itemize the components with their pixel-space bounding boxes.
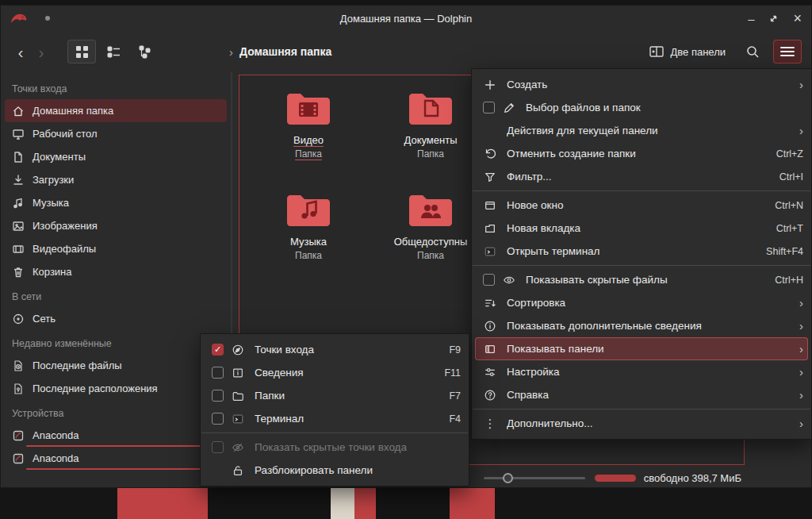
folder-tile-music[interactable]: Музыка Папка bbox=[257, 185, 360, 280]
menu-item-open-terminal[interactable]: Открыть терминал Shift+F4 bbox=[472, 240, 811, 263]
sidebar-item-label: Последние расположения bbox=[33, 383, 158, 394]
minimize-button[interactable]: – bbox=[748, 13, 754, 25]
wallpaper-block bbox=[354, 488, 376, 519]
sidebar-item-recent-locations[interactable]: Последние расположения bbox=[5, 377, 227, 400]
folder-type: Папка bbox=[295, 148, 322, 160]
menu-item-create[interactable]: Создать › bbox=[472, 73, 811, 96]
menu-item-new-window[interactable]: Новое окно Ctrl+N bbox=[472, 194, 811, 217]
menu-item-sorting[interactable]: Сортировка › bbox=[472, 291, 811, 314]
folder-tile-video[interactable]: Видео Папка bbox=[257, 83, 360, 179]
titlebar: Домашняя папка — Dolphin – × bbox=[1, 6, 811, 31]
menu-item-show-panels[interactable]: Показывать панели › bbox=[475, 337, 808, 360]
drive-icon bbox=[12, 429, 25, 442]
checkbox-unchecked bbox=[483, 274, 495, 286]
panels-item-terminal[interactable]: Терминал F4 bbox=[201, 407, 469, 430]
back-button[interactable]: ‹ bbox=[10, 40, 31, 63]
sidebar-item-device-anaconda-2[interactable]: Anaconda bbox=[5, 447, 227, 470]
home-icon bbox=[12, 105, 25, 117]
breadcrumb-location[interactable]: Домашняя папка bbox=[239, 45, 331, 58]
sidebar-item-label: Документы bbox=[33, 151, 86, 163]
menu-item-additional-info[interactable]: Показывать дополнительные сведения › bbox=[472, 314, 811, 337]
panels-item-information[interactable]: Сведения F11 bbox=[201, 361, 469, 384]
forward-button[interactable]: › bbox=[31, 40, 52, 63]
zoom-slider[interactable] bbox=[484, 477, 585, 479]
submenu-arrow-icon: › bbox=[792, 366, 803, 378]
panels-submenu: ✓ Точки входа F9 Сведения F11 Папки F7 Т… bbox=[200, 333, 469, 486]
sidebar-item-label: Anaconda bbox=[33, 429, 79, 441]
icons-view-button[interactable] bbox=[67, 40, 96, 63]
plus-icon bbox=[483, 78, 497, 92]
sidebar-item-label: Сеть bbox=[33, 313, 56, 325]
folder-name: Видео bbox=[293, 134, 324, 146]
menu-item-more[interactable]: ⋮ Дополнительно... › bbox=[472, 412, 811, 435]
panels-item-places[interactable]: ✓ Точки входа F9 bbox=[201, 338, 469, 361]
dolphin-logo-icon bbox=[10, 12, 28, 25]
checkbox-unchecked-disabled bbox=[212, 441, 224, 453]
sidebar-item-label: Anaconda bbox=[33, 452, 79, 464]
places-panel: Точки входа Домашняя папка Рабочий стол … bbox=[1, 72, 231, 487]
eye-icon bbox=[502, 273, 516, 287]
menu-item-show-hidden-files[interactable]: Показывать скрытые файлы Ctrl+H bbox=[472, 268, 811, 291]
toolbar: ‹ › › bbox=[1, 31, 811, 72]
folder-name: Общедоступны bbox=[394, 236, 468, 248]
sidebar-item-trash[interactable]: Корзина bbox=[5, 260, 227, 283]
tree-view-button[interactable] bbox=[131, 40, 159, 63]
new-tab-icon bbox=[483, 221, 497, 236]
breadcrumb: › Домашняя папка bbox=[229, 45, 331, 58]
menu-item-select-files[interactable]: Выбор файлов и папок bbox=[472, 96, 811, 119]
folder-tile-public[interactable]: Общедоступны Папка bbox=[379, 185, 482, 280]
free-space-label: свободно 398,7 МиБ bbox=[644, 472, 741, 484]
sidebar-item-videos[interactable]: Видеофайлы bbox=[5, 237, 227, 260]
panels-item-show-hidden-places[interactable]: Показать скрытые точки входа bbox=[201, 436, 469, 459]
documents-icon bbox=[12, 151, 25, 163]
wallpaper-block bbox=[450, 488, 495, 519]
pictures-icon bbox=[12, 220, 25, 233]
submenu-arrow-icon: › bbox=[792, 125, 803, 136]
places-section-header: Точки входа bbox=[1, 75, 231, 99]
folder-tile-documents[interactable]: Документы Папка bbox=[379, 83, 482, 179]
menu-item-help[interactable]: Справка › bbox=[472, 383, 811, 406]
sidebar-item-music[interactable]: Музыка bbox=[5, 191, 227, 214]
hamburger-menu: Создать › Выбор файлов и папок Действия … bbox=[471, 68, 812, 440]
sidebar-item-home[interactable]: Домашняя папка bbox=[5, 99, 227, 122]
panels-item-folders[interactable]: Папки F7 bbox=[201, 384, 469, 407]
submenu-arrow-icon: › bbox=[792, 417, 803, 429]
sidebar-item-desktop[interactable]: Рабочий стол bbox=[5, 122, 227, 145]
details-view-button[interactable] bbox=[99, 40, 128, 63]
wallpaper-block bbox=[117, 488, 208, 519]
restore-button[interactable] bbox=[768, 13, 779, 24]
menu-item-panel-actions[interactable]: Действия для текущей панели › bbox=[472, 119, 811, 142]
menu-separator bbox=[473, 265, 810, 266]
split-view-button[interactable]: Две панели bbox=[643, 43, 732, 61]
folder-type: Папка bbox=[295, 250, 322, 261]
sidebar-item-network[interactable]: Сеть bbox=[5, 307, 227, 330]
sidebar-item-documents[interactable]: Документы bbox=[5, 145, 227, 168]
folder-type: Папка bbox=[417, 148, 444, 160]
close-button[interactable]: × bbox=[793, 11, 802, 25]
network-icon bbox=[12, 313, 25, 325]
sidebar-item-recent-files[interactable]: Последние файлы bbox=[5, 354, 227, 377]
checkbox-unchecked bbox=[483, 102, 495, 113]
sidebar-item-label: Музыка bbox=[33, 197, 69, 209]
sidebar-item-pictures[interactable]: Изображения bbox=[5, 214, 227, 237]
info-panel-icon bbox=[231, 366, 245, 380]
places-section-header: В сети bbox=[1, 283, 231, 307]
places-section-header: Недавно изменённые bbox=[1, 330, 231, 354]
zoom-slider-handle[interactable] bbox=[503, 473, 513, 483]
menu-item-configure[interactable]: Настройка › bbox=[472, 360, 811, 383]
hamburger-menu-button[interactable] bbox=[773, 40, 802, 63]
info-icon bbox=[483, 319, 497, 333]
sidebar-item-label: Загрузки bbox=[33, 174, 74, 186]
menu-item-filter[interactable]: Фильтр... Ctrl+I bbox=[472, 165, 811, 188]
sidebar-item-downloads[interactable]: Загрузки bbox=[5, 168, 227, 191]
search-button[interactable] bbox=[740, 40, 765, 63]
sidebar-item-device-anaconda-1[interactable]: Anaconda bbox=[5, 424, 227, 447]
panels-item-unlock-panels[interactable]: Разблокировать панели bbox=[201, 459, 469, 482]
menu-item-undo[interactable]: Отменить создание папки Ctrl+Z bbox=[472, 142, 811, 165]
split-view-label: Две панели bbox=[670, 46, 726, 58]
submenu-arrow-icon: › bbox=[792, 297, 803, 309]
menu-item-new-tab[interactable]: Новая вкладка Ctrl+T bbox=[472, 217, 811, 240]
checkbox-unchecked bbox=[212, 413, 224, 425]
checkbox-unchecked bbox=[212, 367, 224, 379]
submenu-arrow-icon: › bbox=[792, 343, 803, 355]
